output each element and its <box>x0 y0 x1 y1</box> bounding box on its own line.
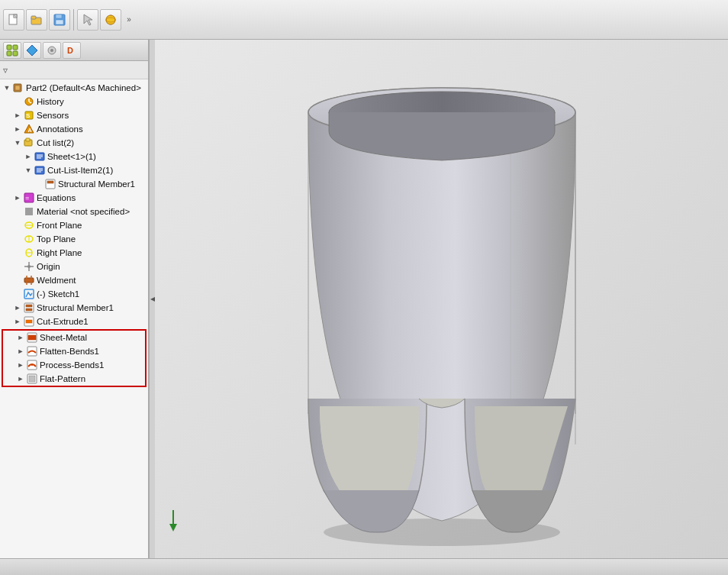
model-svg <box>194 40 690 558</box>
svg-rect-57 <box>24 278 34 283</box>
cutlist-label: Cut list(2) <box>37 138 74 147</box>
icon-structural-child <box>44 178 56 190</box>
svg-text:S: S <box>26 112 31 119</box>
icon-sheet1 <box>34 150 46 163</box>
expand-annotations[interactable]: ► <box>12 124 23 134</box>
expand-flattenbends1[interactable]: ► <box>15 346 26 357</box>
tree-item-sketch1[interactable]: (-) Sketch1 <box>0 287 148 301</box>
icon-cutlistitem2 <box>34 164 46 176</box>
tree-item-topplane[interactable]: Top Plane <box>0 232 148 246</box>
toolbar-save-btn[interactable] <box>49 9 70 31</box>
tree-item-cutlistitem2[interactable]: ▼ Cut-List-Item2(1) <box>0 163 148 177</box>
svg-rect-14 <box>7 51 11 56</box>
expand-cutlist[interactable]: ▼ <box>12 137 23 148</box>
tree-item-flattenbends1[interactable]: ► Flatten-Bends1 <box>3 344 145 358</box>
expand-structmem1[interactable]: ► <box>12 302 23 313</box>
sheetmetal-label: Sheet-Metal <box>40 333 87 342</box>
svg-marker-16 <box>27 45 37 56</box>
tree-item-weldment[interactable]: Weldment <box>0 273 148 287</box>
icon-rightplane <box>23 247 35 259</box>
expand-sheet1[interactable]: ► <box>23 151 34 162</box>
equations-label: Equations <box>37 193 76 202</box>
tree-item-sheetmetal[interactable]: ► Sheet-Metal <box>3 331 145 344</box>
icon-sketch1 <box>23 288 35 300</box>
svg-marker-8 <box>84 15 92 25</box>
svg-point-18 <box>50 49 53 52</box>
tree-item-processbends1[interactable]: ► Process-Bends1 <box>3 358 145 372</box>
tree-item-flatpattern[interactable]: ► Flat-Pattern <box>3 372 145 386</box>
tree-item-sheet1[interactable]: ► Sheet<1>(1) <box>0 150 148 163</box>
svg-text:=: = <box>25 194 29 202</box>
sensors-label: Sensors <box>37 111 69 120</box>
toolbar-cursor-btn[interactable] <box>77 9 98 31</box>
icon-equations: = <box>23 192 35 204</box>
icon-weldment <box>23 274 35 286</box>
flattenbends1-label: Flatten-Bends1 <box>40 347 99 356</box>
collapse-arrow-icon: ◀ <box>150 296 155 302</box>
tree-item-origin[interactable]: Origin <box>0 260 148 273</box>
toolbar-sep-1 <box>73 9 74 31</box>
toolbar-sphere-btn[interactable] <box>100 9 121 31</box>
icon-cutlist <box>23 137 35 149</box>
expand-cutextrude1[interactable]: ► <box>12 316 23 327</box>
structmem1-label: Structural Member1 <box>37 303 114 312</box>
tree-item-structmem1[interactable]: ► Structural Member1 <box>0 301 148 315</box>
viewport <box>155 40 728 558</box>
expand-processbends1[interactable]: ► <box>15 360 26 370</box>
origin-label: Origin <box>37 262 60 271</box>
icon-structmem1 <box>23 302 35 314</box>
history-label: History <box>37 97 64 106</box>
expand-part[interactable]: ▼ <box>2 82 12 93</box>
svg-rect-4 <box>31 16 36 19</box>
svg-text:A: A <box>28 128 32 133</box>
icon-part <box>12 82 24 94</box>
tree-item-part[interactable]: ▼ Part2 (Default<As Machined> <box>0 81 148 95</box>
main-area: D ▿ ▼ Part2 (Default<As Machined> <box>0 40 728 558</box>
status-bar <box>0 558 728 575</box>
origin-arrow-indicator <box>166 510 180 537</box>
icon-cutextrude1 <box>23 315 35 328</box>
toolbar-new-btn[interactable] <box>3 9 24 31</box>
tree-item-annotations[interactable]: ► A Annotations <box>0 122 148 136</box>
panel-collapse-handle[interactable]: ◀ <box>149 40 155 558</box>
arrow-svg <box>166 510 180 533</box>
expand-flatpattern[interactable]: ► <box>15 373 26 384</box>
svg-rect-30 <box>26 138 30 141</box>
toolbar-open-btn[interactable] <box>26 9 47 31</box>
model-3d-container <box>155 40 728 558</box>
topplane-label: Top Plane <box>37 234 76 244</box>
icon-origin <box>23 260 35 273</box>
svg-point-10 <box>106 15 115 24</box>
tree-item-frontplane[interactable]: Front Plane <box>0 218 148 232</box>
tab-dim[interactable]: D <box>63 42 81 59</box>
tab-config[interactable] <box>43 42 61 59</box>
expand-sensors[interactable]: ► <box>12 110 23 121</box>
tree-item-sensors[interactable]: ► S Sensors <box>0 108 148 122</box>
feature-tree: ▼ Part2 (Default<As Machined> History ► … <box>0 79 148 558</box>
svg-rect-62 <box>26 305 32 307</box>
tree-item-cutlist[interactable]: ▼ Cut list(2) <box>0 136 148 150</box>
tab-feature-tree[interactable] <box>3 42 21 59</box>
tree-item-cutextrude1[interactable]: ► Cut-Extrude1 <box>0 315 148 328</box>
tree-item-material[interactable]: Material <not specified> <box>0 205 148 218</box>
expand-sheetmetal[interactable]: ► <box>15 332 26 343</box>
frontplane-label: Front Plane <box>37 221 82 230</box>
tree-item-history[interactable]: History <box>0 95 148 108</box>
svg-rect-67 <box>28 335 36 340</box>
tree-item-equations[interactable]: ► = Equations <box>0 191 148 205</box>
icon-sheetmetal <box>26 331 38 344</box>
processbends1-label: Process-Bends1 <box>40 360 104 370</box>
icon-processbends1 <box>26 359 38 371</box>
expand-cutlistitem2[interactable]: ▼ <box>23 165 34 176</box>
rightplane-label: Right Plane <box>37 248 82 257</box>
material-label: Material <not specified> <box>37 207 130 216</box>
icon-topplane <box>23 233 35 245</box>
tree-item-rightplane[interactable]: Right Plane <box>0 246 148 260</box>
tab-property[interactable] <box>23 42 41 59</box>
tree-item-structural-child[interactable]: Structural Member1 <box>0 177 148 191</box>
sheet1-label: Sheet<1>(1) <box>47 152 96 161</box>
red-box-group: ► Sheet-Metal ► Flatten-Bends1 ► <box>2 329 147 387</box>
expand-equations[interactable]: ► <box>12 192 23 203</box>
icon-flatpattern <box>26 373 38 385</box>
toolbar-more-btn[interactable]: » <box>123 9 135 31</box>
